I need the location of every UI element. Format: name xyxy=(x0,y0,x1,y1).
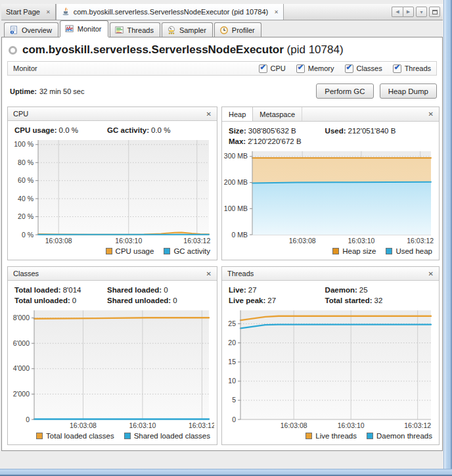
svg-text:2'000: 2'000 xyxy=(13,390,30,398)
profiler-icon xyxy=(219,26,229,35)
svg-text:0 MB: 0 MB xyxy=(231,231,248,239)
svg-text:25: 25 xyxy=(228,320,236,327)
cpu-stats: CPU usage:0.0 % GC activity:0.0 % xyxy=(8,121,217,135)
legend-swatch xyxy=(36,433,43,439)
threads-icon xyxy=(115,26,124,35)
document-tabbar: Start Page ✕ com.byoskill.serverless.Ser… xyxy=(1,4,443,20)
tab-monitor[interactable]: Monitor xyxy=(60,20,108,37)
view-tabbar: Overview Monitor xyxy=(1,20,443,37)
checkbox-memory[interactable]: ✔ Memory xyxy=(296,64,334,73)
monitor-toolbar: Monitor ✔ CPU ✔ Memory ✔ Classes ✔ Threa… xyxy=(7,61,437,76)
process-pid: (pid 10784) xyxy=(287,43,344,56)
tab-label: Overview xyxy=(22,26,52,34)
heap-chart: 0 MB100 MB200 MB300 MB16:03:0816:03:1016… xyxy=(222,148,436,245)
cpu-legend: CPU usage GC activity xyxy=(8,245,217,260)
svg-text:100 MB: 100 MB xyxy=(224,204,248,212)
svg-text:16:03:10: 16:03:10 xyxy=(129,421,156,429)
toolbar-label: Monitor xyxy=(13,64,37,72)
metric-checkboxes: ✔ CPU ✔ Memory ✔ Classes ✔ Threads xyxy=(259,64,431,73)
cpu-panel: CPU ✕ CPU usage:0.0 % GC activity:0.0 % … xyxy=(7,107,217,260)
tab-start-page[interactable]: Start Page ✕ xyxy=(1,4,56,20)
uptime-label: Uptime: xyxy=(10,87,37,95)
svg-text:100 %: 100 % xyxy=(14,140,34,148)
tab-threads[interactable]: Threads xyxy=(110,22,160,37)
heap-panel-header: Heap Metaspace ✕ xyxy=(222,107,439,122)
svg-text:8'000: 8'000 xyxy=(13,314,30,321)
scroll-tabs-right-button[interactable]: ▶ xyxy=(403,7,414,17)
threads-panel: Threads ✕ Live:27 Daemon:25 Live peak:27… xyxy=(221,266,440,445)
uptime-value: 32 min 50 sec xyxy=(39,87,84,95)
svg-text:6'000: 6'000 xyxy=(13,339,30,347)
tab-list-dropdown-button[interactable]: ▼ xyxy=(416,7,427,17)
svg-text:40 %: 40 % xyxy=(18,195,34,202)
svg-text:5: 5 xyxy=(232,396,236,404)
close-icon[interactable]: ✕ xyxy=(206,270,212,277)
svg-text:16:03:12: 16:03:12 xyxy=(189,421,214,429)
overview-icon xyxy=(9,26,18,35)
svg-text:16:03:08: 16:03:08 xyxy=(45,237,72,245)
panel-title: CPU xyxy=(13,110,28,118)
panel-title: Threads xyxy=(227,270,254,277)
svg-text:16:03:08: 16:03:08 xyxy=(70,421,97,429)
tab-process[interactable]: com.byoskill.serverless.ServerlessNodeEx… xyxy=(56,4,284,20)
tab-overview[interactable]: Overview xyxy=(4,22,58,37)
svg-text:200 MB: 200 MB xyxy=(224,178,248,186)
checkbox-label: Memory xyxy=(308,64,334,72)
svg-text:16:03:10: 16:03:10 xyxy=(338,421,365,429)
tab-nav-controls: ◀ ▶ ▼ xyxy=(392,4,443,20)
progress-spinner-icon xyxy=(9,46,17,55)
close-icon[interactable]: ✕ xyxy=(428,270,434,277)
tab-metaspace[interactable]: Metaspace xyxy=(253,107,302,121)
legend-swatch xyxy=(386,248,392,254)
close-icon[interactable]: ✕ xyxy=(428,110,434,118)
panel-title: Classes xyxy=(13,270,39,277)
checkbox-classes[interactable]: ✔ Classes xyxy=(345,64,382,73)
checkbox-threads[interactable]: ✔ Threads xyxy=(393,64,431,73)
legend-swatch xyxy=(164,248,170,254)
svg-text:16:03:08: 16:03:08 xyxy=(289,237,316,245)
threads-legend: Live threads Daemon threads xyxy=(222,430,439,444)
tab-label: Sampler xyxy=(179,26,206,34)
cpu-chart: 0 %20 %40 %60 %80 %100 %16:03:0816:03:10… xyxy=(8,137,214,245)
checkbox-label: Threads xyxy=(405,64,431,72)
monitor-view: com.byoskill.serverless.ServerlessNodeEx… xyxy=(1,37,443,451)
heap-stats: Size:308'805'632 B Used:212'051'840 B Ma… xyxy=(222,122,439,147)
svg-text:80 %: 80 % xyxy=(18,158,34,166)
legend-swatch xyxy=(305,433,312,439)
legend-swatch xyxy=(332,248,339,254)
maximize-button[interactable] xyxy=(429,7,440,17)
tab-sampler[interactable]: Sampler xyxy=(162,22,213,37)
process-name: com.byoskill.serverless.ServerlessNodeEx… xyxy=(22,43,284,56)
threads-stats: Live:27 Daemon:25 Live peak:27 Total sta… xyxy=(222,281,439,306)
close-icon[interactable]: ✕ xyxy=(274,9,279,15)
checkbox-icon: ✔ xyxy=(345,64,353,73)
legend-swatch xyxy=(106,248,112,254)
tab-label: Start Page xyxy=(6,8,40,16)
maximize-icon xyxy=(432,10,438,14)
scroll-tabs-left-button[interactable]: ◀ xyxy=(392,7,403,17)
svg-text:10: 10 xyxy=(228,377,236,385)
close-icon[interactable]: ✕ xyxy=(46,9,51,15)
heap-panel: Heap Metaspace ✕ Size:308'805'632 B Used… xyxy=(221,107,440,260)
svg-text:4'000: 4'000 xyxy=(13,364,30,372)
svg-text:20 %: 20 % xyxy=(18,212,34,220)
visualvm-app: Start Page ✕ com.byoskill.serverless.Ser… xyxy=(1,4,443,451)
panels-grid: CPU ✕ CPU usage:0.0 % GC activity:0.0 % … xyxy=(7,107,440,445)
svg-text:0: 0 xyxy=(26,416,30,423)
heap-dump-button[interactable]: Heap Dump xyxy=(380,83,437,99)
tab-profiler[interactable]: Profiler xyxy=(214,22,261,37)
svg-text:16:03:08: 16:03:08 xyxy=(281,421,307,429)
classes-stats: Total loaded:8'014 Shared loaded:0 Total… xyxy=(8,281,217,306)
classes-panel-header: Classes ✕ xyxy=(8,267,217,281)
tab-label: Threads xyxy=(127,26,154,34)
close-icon[interactable]: ✕ xyxy=(206,110,212,118)
checkbox-cpu[interactable]: ✔ CPU xyxy=(259,64,286,73)
tab-label: Profiler xyxy=(232,26,255,34)
tab-heap[interactable]: Heap xyxy=(222,107,253,121)
perform-gc-button[interactable]: Perform GC xyxy=(316,83,373,99)
title-row: com.byoskill.serverless.ServerlessNodeEx… xyxy=(2,37,442,60)
classes-panel: Classes ✕ Total loaded:8'014 Shared load… xyxy=(7,266,217,445)
legend-swatch xyxy=(124,433,131,439)
tab-label: Monitor xyxy=(78,25,102,33)
svg-text:16:03:12: 16:03:12 xyxy=(183,237,210,245)
